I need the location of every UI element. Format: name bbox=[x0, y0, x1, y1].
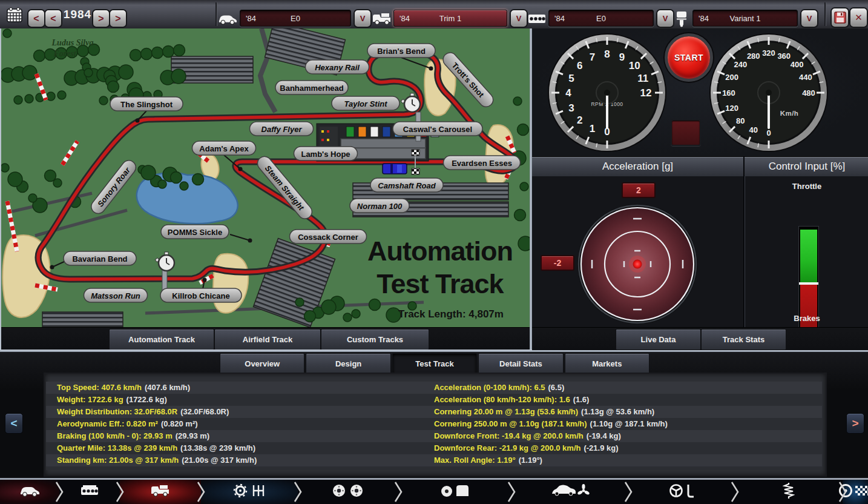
model-year: '84 bbox=[246, 14, 256, 23]
tab-airfield-track[interactable]: Airfield Track bbox=[214, 329, 321, 350]
tab-custom-tracks[interactable]: Custom Tracks bbox=[321, 329, 429, 350]
nav-brakes[interactable] bbox=[298, 480, 398, 504]
nav-wheels-body[interactable] bbox=[398, 480, 511, 504]
svg-text:7: 7 bbox=[590, 51, 595, 63]
svg-text:The Slingshot: The Slingshot bbox=[120, 100, 173, 109]
stat-row: Acceleration (0-100 km/h): 6.5(6.5) bbox=[434, 382, 668, 394]
svg-text:6: 6 bbox=[577, 60, 582, 71]
map-label-matsson-run: Matsson Run bbox=[84, 288, 148, 302]
nav-engine-family[interactable] bbox=[59, 480, 120, 504]
stat-row: Weight Distribution: 32.0F/68.0R(32.0F/6… bbox=[57, 406, 257, 418]
trim-dropdown-button[interactable]: V bbox=[510, 9, 528, 28]
model-dropdown-button[interactable]: V bbox=[353, 9, 372, 28]
year-back-button[interactable]: < bbox=[44, 9, 62, 28]
svg-text:480: 480 bbox=[802, 88, 815, 98]
nav-aero-cooling[interactable] bbox=[511, 480, 628, 504]
svg-text:Hexany Rail: Hexany Rail bbox=[315, 63, 360, 72]
stat-row: Braking (100 km/h - 0): 29.93 m(29.93 m) bbox=[57, 430, 257, 442]
trim-icon bbox=[372, 11, 392, 27]
stat-row: Max. Roll Angle: 1.19°(1.19°) bbox=[434, 454, 668, 466]
next-page-button[interactable]: > bbox=[846, 413, 864, 434]
svg-text:Killrob Chicane: Killrob Chicane bbox=[172, 291, 229, 300]
nav-drivetrain[interactable] bbox=[201, 480, 298, 504]
svg-text:2: 2 bbox=[577, 114, 582, 126]
model-name: E0 bbox=[240, 14, 350, 23]
tab-test-track[interactable]: Test Track bbox=[392, 353, 477, 374]
engine-family-select[interactable]: '84 E0 bbox=[548, 10, 654, 27]
nav-suspension[interactable] bbox=[735, 480, 843, 504]
g-force-meter bbox=[577, 204, 698, 325]
track-length-label: Track Length: 4,807m bbox=[398, 308, 504, 320]
engine-variant-icon bbox=[674, 10, 689, 27]
tab-design[interactable]: Design bbox=[306, 353, 390, 374]
trim-name: Trim 1 bbox=[394, 14, 507, 23]
engine-variant-dropdown-button[interactable]: V bbox=[800, 9, 818, 28]
svg-text:9: 9 bbox=[619, 51, 625, 63]
svg-text:Brian's Bend: Brian's Bend bbox=[377, 47, 426, 56]
map-label-caswal-s-carousel: Caswal's Carousel bbox=[393, 122, 482, 136]
engine-family-year: '84 bbox=[554, 14, 565, 23]
tab-overview[interactable]: Overview bbox=[220, 353, 304, 374]
design-steps-nav bbox=[0, 478, 868, 504]
stat-row: Cornering 20.00 m @ 1.13g (53.6 km/h)(1.… bbox=[434, 406, 668, 418]
trim-select[interactable]: '84 Trim 1 bbox=[393, 10, 507, 27]
wheel-panel-icon bbox=[439, 483, 471, 501]
engine-family-icon bbox=[528, 12, 546, 25]
map-label-taylor-stint: Taylor Stint bbox=[332, 96, 399, 110]
control-input-panel: Throttle Brakes bbox=[743, 176, 868, 327]
chevron-separator bbox=[115, 480, 125, 504]
gearbox-icon bbox=[233, 483, 266, 501]
stat-row: Aerodynamic Eff.: 0.820 m²(0.820 m²) bbox=[57, 418, 257, 430]
year-back-fast-button[interactable]: < bbox=[27, 9, 45, 28]
calendar-icon[interactable] bbox=[4, 5, 25, 25]
g-badge-top: 2 bbox=[622, 182, 656, 198]
automation-game-window: < < 1984 > > '84 E0 V '84 Trim 1 V '84 E… bbox=[0, 0, 868, 504]
dashboard-panel: 0123456789101112RPM X 1000 START 0408012… bbox=[532, 28, 868, 350]
tab-markets[interactable]: Markets bbox=[565, 353, 649, 374]
throttle-label: Throttle bbox=[745, 182, 868, 191]
car-model-icon bbox=[218, 12, 237, 27]
svg-text:Cossack Corner: Cossack Corner bbox=[298, 233, 358, 242]
engine-icon bbox=[81, 484, 99, 500]
forest-label: Ludus Silva bbox=[51, 38, 94, 47]
steering-icon bbox=[668, 483, 695, 501]
year-forward-fast-button[interactable]: > bbox=[109, 9, 127, 28]
svg-text:Bavarian Bend: Bavarian Bend bbox=[72, 254, 127, 264]
speedometer: 04080120160200240280320360400440480Km/h bbox=[708, 32, 829, 153]
start-button[interactable]: START bbox=[665, 33, 713, 82]
svg-text:Norman 100: Norman 100 bbox=[357, 202, 403, 211]
engine-family-dropdown-button[interactable]: V bbox=[656, 9, 674, 28]
stats-panel: Top Speed: 407.6 km/h(407.6 km/h)Weight:… bbox=[44, 373, 827, 477]
tab-live-data[interactable]: Live Data bbox=[616, 329, 701, 350]
year-forward-button[interactable]: > bbox=[92, 9, 110, 28]
svg-text:280: 280 bbox=[747, 51, 760, 61]
prev-page-button[interactable]: < bbox=[5, 413, 23, 434]
nav-car-model[interactable] bbox=[0, 480, 59, 504]
svg-text:360: 360 bbox=[777, 51, 791, 61]
map-title-line1: Automation bbox=[367, 236, 513, 267]
engine-variant-year: '84 bbox=[699, 14, 709, 23]
svg-text:10: 10 bbox=[629, 60, 640, 71]
nav-interior[interactable] bbox=[628, 480, 735, 504]
tab-track-stats[interactable]: Track Stats bbox=[701, 329, 786, 350]
tab-detail-stats[interactable]: Detail Stats bbox=[478, 353, 563, 374]
nav-trim[interactable] bbox=[120, 480, 201, 504]
save-button[interactable] bbox=[830, 7, 849, 28]
chevron-separator bbox=[293, 480, 303, 504]
model-select[interactable]: '84 E0 bbox=[240, 10, 351, 27]
map-label-daffy-flyer: Daffy Flyer bbox=[250, 122, 314, 136]
chevron-separator bbox=[54, 480, 64, 504]
svg-text:440: 440 bbox=[799, 73, 812, 82]
engine-variant-select[interactable]: '84 Variant 1 bbox=[692, 10, 798, 27]
svg-text:120: 120 bbox=[725, 104, 738, 113]
tab-automation-track[interactable]: Automation Track bbox=[109, 329, 214, 350]
car-fan-icon bbox=[551, 483, 590, 501]
car-icon bbox=[19, 484, 40, 500]
stat-row: Cornering 250.00 m @ 1.10g (187.1 km/h)(… bbox=[434, 418, 668, 430]
chevron-separator bbox=[623, 480, 633, 504]
svg-text:Caswal's Carousel: Caswal's Carousel bbox=[403, 125, 472, 134]
close-button[interactable]: ✕ bbox=[849, 7, 868, 28]
svg-text:8: 8 bbox=[604, 48, 610, 60]
svg-text:Evardsen Esses: Evardsen Esses bbox=[452, 159, 512, 168]
data-tabs-strip: Live Data Track Stats bbox=[532, 327, 868, 350]
